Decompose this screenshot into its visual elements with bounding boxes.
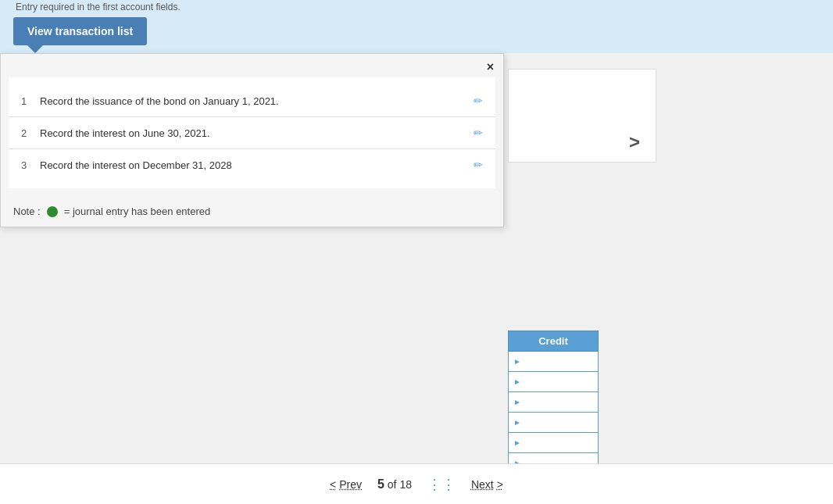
grid-icon[interactable]: ⋮⋮ [427, 476, 456, 493]
credit-table: Credit ► ► ► ► ► ► [508, 331, 599, 474]
top-hint: Entry required in the first account fiel… [0, 2, 181, 13]
note-prefix: Note : [13, 206, 41, 217]
item-text-2: Record the interest on June 30, 2021. [40, 127, 467, 139]
credit-row-4[interactable]: ► [508, 413, 599, 433]
next-chevron-icon: > [497, 478, 503, 491]
item-text-3: Record the interest on December 31, 2028 [40, 159, 467, 171]
page-separator: of [388, 478, 400, 491]
item-number-1: 1 [21, 95, 40, 107]
view-transaction-button[interactable]: View transaction list [13, 17, 147, 45]
arrow-icon-5: ► [513, 438, 521, 447]
page-info: 5 of 18 [377, 477, 412, 491]
arrow-icon-1: ► [513, 357, 521, 366]
arrow-icon-2: ► [513, 377, 521, 386]
transaction-item-2[interactable]: 2 Record the interest on June 30, 2021. … [9, 117, 495, 149]
credit-row-2[interactable]: ► [508, 372, 599, 392]
current-page: 5 [377, 477, 384, 491]
edit-icon-1[interactable]: ✏ [474, 95, 483, 107]
footer: < Prev 5 of 18 ⋮⋮ Next > [0, 463, 833, 504]
header-area: View transaction list [0, 14, 833, 53]
credit-row-5[interactable]: ► [508, 433, 599, 453]
item-text-1: Record the issuance of the bond on Janua… [40, 95, 467, 107]
next-label[interactable]: Next [471, 478, 494, 491]
arrow-icon-3: ► [513, 398, 521, 406]
popup-close-row: × [1, 54, 503, 77]
edit-icon-3[interactable]: ✏ [474, 159, 483, 171]
edit-icon-2[interactable]: ✏ [474, 127, 483, 139]
note-area: Note : = journal entry has been entered [1, 196, 503, 227]
green-dot-icon [47, 206, 58, 217]
chevron-right-icon[interactable]: > [629, 131, 640, 153]
transaction-item-3[interactable]: 3 Record the interest on December 31, 20… [9, 149, 495, 181]
prev-button[interactable]: < Prev [330, 478, 362, 491]
item-number-2: 2 [21, 127, 40, 139]
popup-body: 1 Record the issuance of the bond on Jan… [9, 77, 495, 188]
button-triangle [27, 45, 43, 53]
note-text: = journal entry has been entered [64, 206, 211, 217]
total-pages: 18 [399, 478, 412, 491]
item-number-3: 3 [21, 159, 40, 171]
close-button[interactable]: × [487, 60, 494, 74]
arrow-icon-4: ► [513, 418, 521, 427]
transaction-popup: × 1 Record the issuance of the bond on J… [0, 53, 504, 227]
prev-chevron-icon: < [330, 478, 336, 491]
credit-row-3[interactable]: ► [508, 392, 599, 413]
transaction-item-1[interactable]: 1 Record the issuance of the bond on Jan… [9, 85, 495, 117]
credit-header: Credit [508, 331, 599, 352]
prev-label[interactable]: Prev [339, 478, 362, 491]
next-button[interactable]: Next > [471, 478, 503, 491]
credit-row-1[interactable]: ► [508, 352, 599, 372]
